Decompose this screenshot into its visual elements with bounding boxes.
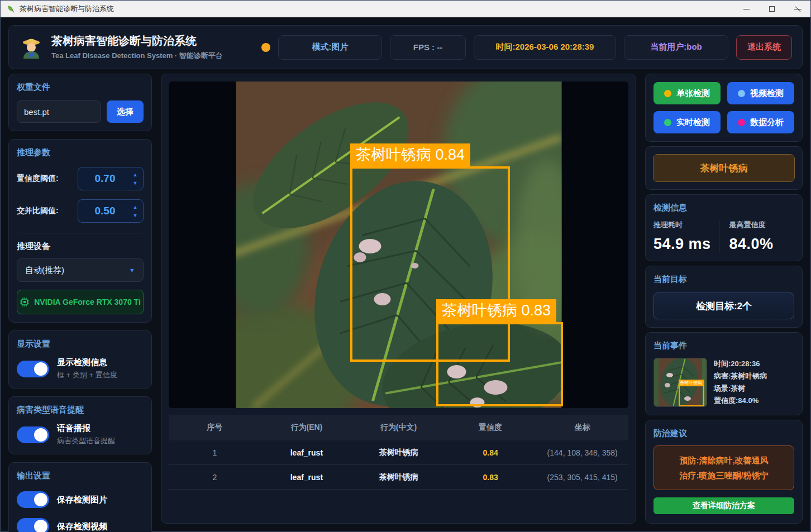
output-settings-title: 输出设置	[17, 471, 144, 481]
save-image-label: 保存检测图片	[57, 495, 107, 505]
cell-confidence: 0.84	[445, 448, 537, 457]
table-header: 序号 行为(EN) 行为(中文) 置信度 坐标	[169, 415, 628, 440]
gpu-status-chip: NVIDIA GeForce RTX 3070 Ti	[17, 290, 144, 314]
detection-info-panel: 检测信息 推理耗时 54.9 ms 最高置信度 84.0%	[645, 194, 803, 261]
target-count-badge: 检测目标:2个	[653, 293, 794, 319]
close-button[interactable]	[785, 1, 810, 17]
left-sidebar: 权重文件 选择 推理参数 置信度阈值: 0.70 ▲	[8, 74, 152, 524]
voice-broadcast-label: 语音播报	[57, 423, 115, 434]
iou-step-down-icon[interactable]: ▼	[133, 213, 138, 218]
status-dot	[261, 43, 270, 52]
logout-button[interactable]: 退出系统	[736, 35, 792, 60]
single-detect-label: 单张检测	[676, 88, 710, 99]
weights-select-button[interactable]: 选择	[107, 100, 144, 123]
max-confidence-label: 最高置信度	[729, 220, 795, 230]
maximize-icon	[769, 6, 775, 12]
advice-text: 预防:清除病叶,改善通风 治疗:喷施三唑酮/粉锈宁	[653, 445, 794, 490]
output-settings-panel: 输出设置 保存检测图片 保存检测视频 保存检测日志	[8, 462, 152, 532]
params-title: 推理参数	[17, 147, 144, 158]
single-detect-button[interactable]: 单张检测	[653, 82, 721, 104]
iou-threshold-value[interactable]: 0.50	[78, 205, 132, 217]
titlebar: 茶树病害智能诊断与防治系统	[1, 1, 810, 17]
app-body: 茶树病害智能诊断与防治系统 Tea Leaf Disease Detection…	[1, 17, 810, 531]
minimize-button[interactable]	[733, 1, 759, 17]
device-select[interactable]: 自动(推荐) ▼	[17, 258, 144, 282]
device-label: 推理设备	[17, 241, 144, 252]
cell-coords: (144, 108, 348, 358)	[536, 448, 628, 457]
divider	[17, 233, 144, 233]
realtime-detect-dot-icon	[664, 119, 671, 126]
detection-table: 序号 行为(EN) 行为(中文) 置信度 坐标 1 leaf_rust 茶树叶锈…	[169, 415, 628, 490]
current-event-title: 当前事件	[653, 341, 794, 351]
table-row[interactable]: 2 leaf_rust 茶树叶锈病 0.83 (253, 305, 415, 4…	[169, 465, 628, 490]
display-settings-title: 显示设置	[17, 339, 144, 349]
advice-line-prevention: 预防:清除病叶,改善通风	[657, 453, 790, 468]
save-image-toggle[interactable]	[17, 491, 49, 508]
single-detect-dot-icon	[664, 90, 671, 97]
current-event-panel: 当前事件	[645, 332, 803, 415]
col-confidence: 置信度	[445, 423, 537, 433]
cell-behavior-zh: 茶树叶锈病	[352, 448, 445, 458]
advice-title: 防治建议	[653, 428, 794, 439]
cell-seq: 1	[169, 448, 261, 457]
confidence-threshold-stepper[interactable]: 0.70 ▲ ▼	[78, 167, 144, 190]
disease-banner-panel: 茶树叶锈病	[645, 146, 803, 190]
inference-params-panel: 推理参数 置信度阈值: 0.70 ▲ ▼ 交并比阈值:	[8, 139, 152, 323]
time-indicator: 时间:2026-03-06 20:28:39	[474, 35, 616, 60]
advice-panel: 防治建议 预防:清除病叶,改善通风 治疗:喷施三唑酮/粉锈宁 查看详细防治方案	[645, 420, 803, 524]
thumb-detection-box	[679, 385, 704, 406]
iou-step-up-icon[interactable]: ▲	[133, 204, 138, 210]
event-scene: 场景:茶树	[714, 384, 767, 394]
weights-title: 权重文件	[17, 82, 144, 93]
save-video-label: 保存检测视频	[57, 521, 107, 532]
window-title: 茶树病害智能诊断与防治系统	[20, 4, 114, 14]
detection-label-2: 茶树叶锈病 0.83	[436, 299, 556, 322]
event-confidence: 置信度:84.0%	[714, 396, 767, 406]
voice-alert-panel: 病害类型语音提醒 语音播报 病害类型语音提醒	[8, 396, 152, 454]
app-title: 茶树病害智能诊断与防治系统	[51, 33, 223, 49]
table-row[interactable]: 1 leaf_rust 茶树叶锈病 0.84 (144, 108, 348, 3…	[169, 440, 628, 465]
col-behavior-en: 行为(EN)	[261, 423, 353, 433]
video-detect-label: 视频检测	[750, 88, 784, 99]
header-title-block: 茶树病害智能诊断与防治系统 Tea Leaf Disease Detection…	[51, 33, 223, 61]
conf-step-down-icon[interactable]: ▼	[133, 180, 138, 186]
view-advice-detail-button[interactable]: 查看详细防治方案	[653, 497, 794, 514]
event-thumbnail: 茶树叶锈病	[653, 358, 707, 407]
app-window: 茶树病害智能诊断与防治系统 茶树病害智能诊断与防治系统	[0, 0, 811, 532]
show-detection-info-sub: 框 + 类别 + 置信度	[57, 370, 117, 380]
current-user-badge: 当前用户:bob	[624, 35, 728, 60]
header: 茶树病害智能诊断与防治系统 Tea Leaf Disease Detection…	[8, 25, 803, 69]
confidence-threshold-label: 置信度阈值:	[17, 174, 59, 184]
cell-confidence: 0.83	[445, 473, 537, 482]
disease-banner: 茶树叶锈病	[653, 154, 795, 182]
cell-behavior-en: leaf_rust	[261, 473, 353, 482]
inference-time-value: 54.9 ms	[653, 236, 719, 253]
show-detection-info-toggle[interactable]	[17, 361, 49, 377]
voice-alert-title: 病害类型语音提醒	[17, 405, 144, 415]
show-detection-info-label: 显示检测信息	[57, 357, 117, 368]
maximize-button[interactable]	[759, 1, 785, 17]
conf-step-up-icon[interactable]: ▲	[133, 172, 138, 178]
data-analysis-dot-icon	[738, 119, 745, 126]
voice-broadcast-toggle[interactable]	[17, 426, 49, 443]
event-time: 时间:20:28:36	[714, 359, 767, 369]
voice-broadcast-sub: 病害类型语音提醒	[57, 436, 115, 446]
cell-seq: 2	[169, 473, 261, 482]
cell-coords: (253, 305, 415, 415)	[536, 473, 628, 482]
realtime-detect-button[interactable]: 实时检测	[653, 111, 721, 133]
advice-line-treatment: 治疗:喷施三唑酮/粉锈宁	[657, 468, 790, 483]
minimize-icon	[743, 9, 750, 9]
iou-threshold-label: 交并比阈值:	[17, 206, 59, 216]
save-video-toggle[interactable]	[17, 518, 49, 532]
iou-threshold-stepper[interactable]: 0.50 ▲ ▼	[78, 199, 144, 223]
fps-indicator: FPS : --	[390, 35, 466, 60]
inference-time-label: 推理耗时	[653, 220, 719, 230]
current-target-panel: 当前目标 检测目标:2个	[645, 266, 803, 328]
farmer-avatar-icon	[19, 35, 44, 60]
mode-actions-panel: 单张检测 视频检测 实时检测 数据分析	[645, 74, 803, 142]
confidence-threshold-value[interactable]: 0.70	[78, 172, 132, 185]
data-analysis-button[interactable]: 数据分析	[727, 111, 794, 133]
main-area: 权重文件 选择 推理参数 置信度阈值: 0.70 ▲	[8, 74, 803, 524]
weights-file-input[interactable]	[17, 100, 101, 123]
video-detect-button[interactable]: 视频检测	[727, 82, 794, 104]
